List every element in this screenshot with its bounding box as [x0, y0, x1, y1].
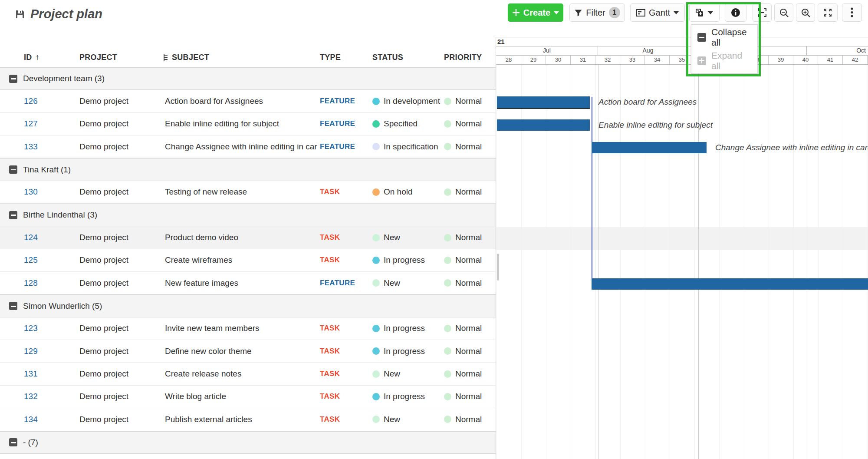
gantt-vertical-scrollbar[interactable]	[497, 254, 499, 281]
column-header-id[interactable]: ID ↑	[0, 53, 69, 62]
type-cell: TASK	[317, 324, 369, 333]
subject-cell: Write blog article	[156, 392, 317, 401]
work-package-id-link[interactable]: 133	[24, 142, 38, 151]
gantt-bar[interactable]	[497, 119, 590, 131]
week-gridline	[719, 65, 720, 459]
gantt-body: Action board for AssigneesEnable inline …	[496, 65, 868, 459]
gantt-bar[interactable]	[592, 142, 707, 153]
table-row[interactable]: 133Demo projectChange Assignee with inli…	[0, 135, 496, 158]
create-button[interactable]: Create	[508, 3, 563, 22]
table-row[interactable]: 131Demo projectCreate release notesTASKN…	[0, 363, 496, 385]
column-header-priority[interactable]: PRIORITY	[441, 53, 496, 62]
table-row[interactable]: 129Demo projectDefine new color themeTAS…	[0, 340, 496, 363]
timeline-month-cell: Aug	[598, 46, 698, 55]
group-row[interactable]: Birthe Lindenthal (3)	[0, 204, 496, 226]
work-package-id-link[interactable]: 128	[24, 278, 38, 287]
plus-icon	[512, 9, 520, 17]
week-gridline	[843, 65, 843, 459]
priority-cell: Normal	[441, 347, 496, 356]
column-header-status[interactable]: STATUS	[369, 53, 441, 62]
table-row[interactable]: 128Demo projectNew feature imagesFEATURE…	[0, 272, 496, 294]
status-cell: In progress	[369, 324, 441, 333]
work-package-id-link[interactable]: 130	[24, 187, 38, 196]
collapse-group-icon[interactable]	[9, 165, 17, 174]
menu-item-collapse-all[interactable]: Collapse all	[697, 27, 751, 48]
table-row[interactable]: 130Demo projectTesting of new releaseTAS…	[0, 181, 496, 204]
zoom-out-icon	[779, 8, 789, 17]
priority-cell: Normal	[441, 119, 496, 129]
table-row[interactable]: 124Demo projectProduct demo videoTASKNew…	[0, 226, 496, 249]
timeline-month-cell: Oct	[807, 46, 868, 55]
priority-cell: Normal	[441, 142, 496, 152]
table-row[interactable]: 125Demo projectCreate wireframesTASKIn p…	[0, 249, 496, 272]
timeline-year-row: 21	[496, 37, 868, 46]
subject-cell: Testing of new release	[156, 187, 317, 197]
collapse-expand-dropdown-button[interactable]	[689, 3, 720, 22]
filter-button-label: Filter	[586, 8, 605, 18]
group-row[interactable]: Development team (3)	[0, 67, 496, 90]
status-cell: On hold	[369, 187, 441, 197]
status-dot	[372, 257, 380, 264]
work-package-id-link[interactable]: 124	[24, 233, 38, 242]
menu-item-expand-all: Expand all	[697, 50, 751, 71]
collapse-group-icon[interactable]	[9, 302, 17, 310]
sort-ascending-icon: ↑	[36, 53, 40, 62]
column-header-subject[interactable]: SUBJECT	[156, 53, 317, 62]
status-cell: In progress	[369, 255, 441, 265]
collapse-group-icon[interactable]	[9, 75, 17, 83]
timeline-week-cell: 28	[496, 56, 521, 64]
priority-dot	[444, 188, 451, 196]
group-label: Development team (3)	[23, 74, 105, 83]
group-row[interactable]: Tina Kraft (1)	[0, 158, 496, 181]
group-row[interactable]: Simon Wunderlich (5)	[0, 294, 496, 317]
gantt-bar[interactable]	[592, 278, 868, 290]
fullscreen-arrows-icon	[823, 8, 832, 17]
fullscreen-button[interactable]	[818, 3, 838, 22]
priority-dot	[444, 370, 451, 378]
work-package-id-link[interactable]: 131	[24, 369, 38, 378]
column-header-type[interactable]: TYPE	[317, 53, 369, 62]
zoom-in-button[interactable]	[796, 3, 815, 22]
filter-button[interactable]: Filter 1	[569, 3, 625, 22]
more-options-button[interactable]	[842, 3, 862, 22]
timeline-week-cell: 34	[645, 56, 670, 64]
subject-cell: Publish external articles	[156, 415, 317, 424]
status-dot	[372, 279, 380, 287]
timeline-week-cell: 30	[546, 56, 571, 64]
status-cell: New	[369, 233, 441, 242]
group-label: Tina Kraft (1)	[23, 165, 71, 175]
table-row[interactable]: 126Demo projectAction board for Assignee…	[0, 90, 496, 112]
status-cell: In development	[369, 96, 441, 106]
zoom-to-fit-button[interactable]	[753, 3, 772, 22]
work-package-table: Development team (3)126Demo projectActio…	[0, 67, 496, 454]
work-package-id-link[interactable]: 123	[24, 324, 38, 333]
zoom-out-button[interactable]	[774, 3, 793, 22]
table-row[interactable]: 127Demo projectEnable inline editing for…	[0, 113, 496, 135]
table-row[interactable]: 132Demo projectWrite blog articleTASKIn …	[0, 386, 496, 408]
work-package-id-link[interactable]: 125	[24, 255, 38, 264]
hierarchy-icon	[164, 54, 168, 61]
gantt-bar[interactable]	[497, 96, 590, 109]
work-package-id-link[interactable]: 126	[24, 96, 38, 106]
work-package-id-link[interactable]: 129	[24, 347, 38, 356]
filter-funnel-icon	[574, 9, 582, 17]
group-row[interactable]: - (7)	[0, 431, 496, 454]
work-package-id-link[interactable]: 127	[24, 119, 38, 128]
status-cell: New	[369, 278, 441, 288]
table-header: ID ↑ PROJECT SUBJECT TYPE STATUS PRIORIT…	[0, 43, 496, 67]
info-button[interactable]	[725, 3, 746, 22]
priority-cell: Normal	[441, 415, 496, 424]
work-package-id-link[interactable]: 132	[24, 392, 38, 401]
week-gridline	[793, 65, 794, 459]
type-cell: FEATURE	[317, 279, 369, 287]
column-header-project[interactable]: PROJECT	[69, 53, 156, 62]
priority-cell: Normal	[441, 392, 496, 401]
gantt-view-button[interactable]: Gantt	[630, 3, 685, 22]
table-row[interactable]: 123Demo projectInvite new team membersTA…	[0, 317, 496, 340]
caret-down-icon	[554, 11, 559, 14]
collapse-group-icon[interactable]	[9, 438, 17, 446]
table-row[interactable]: 134Demo projectPublish external articles…	[0, 408, 496, 431]
status-cell: In specification	[369, 142, 441, 152]
work-package-id-link[interactable]: 134	[24, 415, 38, 424]
collapse-group-icon[interactable]	[9, 211, 17, 219]
